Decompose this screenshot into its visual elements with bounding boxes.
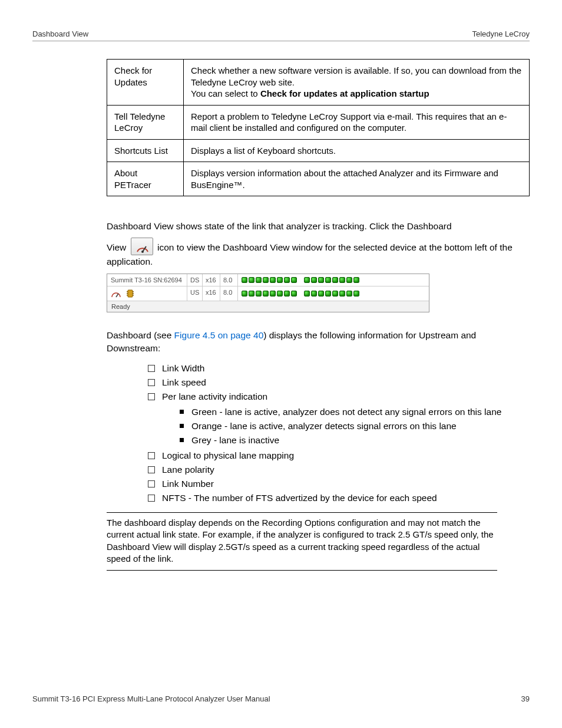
device-icons [107, 286, 187, 301]
help-menu-table: Check for Updates Check whether a new so… [107, 59, 530, 196]
cell-desc: Check whether a new software version is … [184, 60, 530, 106]
list-item: Grey - lane is inactive [178, 433, 530, 447]
header-right: Teledyne LeCroy [472, 29, 530, 38]
list-item: Link Width [147, 361, 530, 375]
device-name: Summit T3-16 SN:62694 [107, 274, 187, 286]
cell-label: Check for Updates [107, 60, 184, 106]
cell-desc: Displays version information about the a… [184, 162, 530, 196]
footer-left: Summit T3-16 PCI Express Multi-Lane Prot… [32, 694, 270, 703]
intro-paragraph-1b: View icon to view the Dashboard View win… [107, 238, 530, 268]
svg-rect-5 [127, 293, 128, 294]
dir-cell: DS [187, 274, 203, 286]
intro-paragraph-2: Dashboard (see Figure 4.5 on page 40) di… [107, 329, 530, 355]
svg-rect-4 [127, 291, 128, 292]
lane-leds [238, 286, 363, 301]
list-item: Lane polarity [147, 463, 530, 477]
table-row: Shortcuts List Displays a list of Keyboa… [107, 139, 530, 162]
figure-link[interactable]: Figure 4.5 on page 40 [174, 330, 264, 340]
cell-label: About PETracer [107, 162, 184, 196]
page-footer: Summit T3-16 PCI Express Multi-Lane Prot… [32, 694, 530, 703]
lane-leds [238, 274, 363, 286]
list-item: Per lane activity indication Green - lan… [147, 390, 530, 447]
svg-rect-3 [128, 290, 133, 297]
status-bar: Ready [107, 301, 429, 312]
svg-rect-9 [133, 295, 134, 296]
page-header: Dashboard View Teledyne LeCroy [32, 29, 530, 41]
list-item: Link Number [147, 477, 530, 491]
dir-cell: US [187, 286, 203, 301]
table-row: About PETracer Displays version informat… [107, 162, 530, 196]
page-number: 39 [521, 694, 530, 703]
cell-label: Tell Teledyne LeCroy [107, 105, 184, 139]
gauge-icon [111, 289, 121, 298]
speed-cell: 8.0 [220, 286, 238, 301]
width-cell: x16 [203, 286, 220, 301]
feature-list: Link Width Link speed Per lane activity … [147, 361, 530, 505]
list-item: Logical to physical lane mapping [147, 449, 530, 463]
svg-line-2 [116, 294, 118, 297]
dashboard-view-icon [131, 238, 153, 255]
list-item: NFTS - The number of FTS advertized by t… [147, 491, 530, 505]
cell-desc: Report a problem to Teledyne LeCroy Supp… [184, 105, 530, 139]
width-cell: x16 [203, 274, 220, 286]
list-item: Link speed [147, 375, 530, 390]
chip-icon [126, 289, 134, 298]
list-item: Orange - lane is active, analyzer detect… [178, 419, 530, 433]
svg-rect-6 [127, 295, 128, 296]
cell-desc: Displays a list of Keyboard shortcuts. [184, 139, 530, 162]
header-left: Dashboard View [32, 29, 88, 38]
svg-rect-7 [133, 291, 134, 292]
table-row: Tell Teledyne LeCroy Report a problem to… [107, 105, 530, 139]
sub-list: Green - lane is active, analyzer does no… [178, 405, 530, 447]
speed-cell: 8.0 [220, 274, 238, 286]
intro-paragraph-1a: Dashboard View shows state of the link t… [107, 220, 530, 233]
note-box: The dashboard display depends on the Rec… [107, 512, 497, 571]
table-row: Check for Updates Check whether a new so… [107, 60, 530, 106]
svg-rect-8 [133, 293, 134, 294]
cell-label: Shortcuts List [107, 139, 184, 162]
dashboard-screenshot: Summit T3-16 SN:62694 DS x16 8.0 [107, 274, 429, 312]
list-item: Green - lane is active, analyzer does no… [178, 405, 530, 419]
